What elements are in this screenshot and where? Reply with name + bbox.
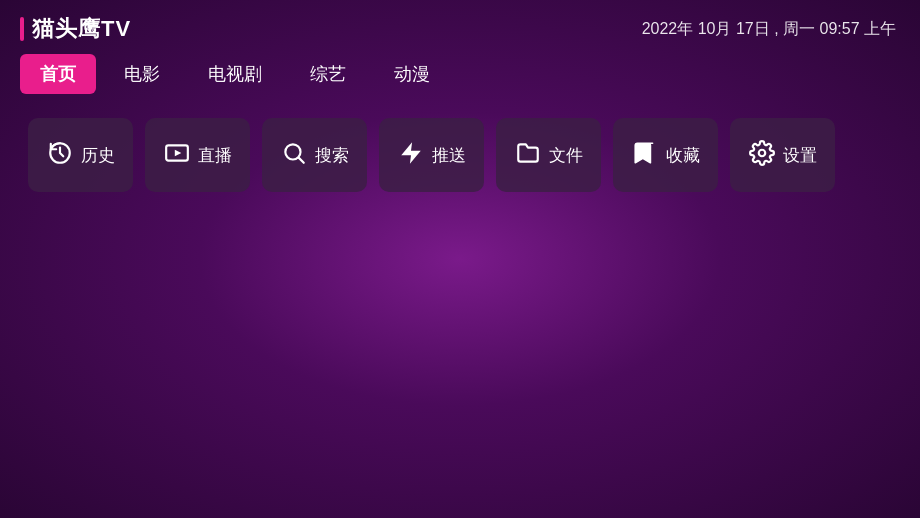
search-label: 搜索 xyxy=(315,144,349,167)
header: 猫头鹰TV 2022年 10月 17日 , 周一 09:57 上午 xyxy=(0,0,920,54)
tab-variety[interactable]: 综艺 xyxy=(290,54,366,94)
tab-tv-series[interactable]: 电视剧 xyxy=(188,54,282,94)
tab-anime[interactable]: 动漫 xyxy=(374,54,450,94)
settings-label: 设置 xyxy=(783,144,817,167)
file-icon xyxy=(515,140,541,170)
app-title: 猫头鹰TV xyxy=(32,14,131,44)
search-button[interactable]: 搜索 xyxy=(262,118,367,192)
quick-actions: 历史 直播 搜索 推送 xyxy=(0,118,920,192)
file-label: 文件 xyxy=(549,144,583,167)
history-label: 历史 xyxy=(81,144,115,167)
app-title-wrapper: 猫头鹰TV xyxy=(20,14,131,44)
live-label: 直播 xyxy=(198,144,232,167)
nav-tabs: 首页 电影 电视剧 综艺 动漫 xyxy=(0,54,920,94)
svg-line-4 xyxy=(298,158,303,163)
svg-point-6 xyxy=(758,150,765,157)
push-button[interactable]: 推送 xyxy=(379,118,484,192)
title-accent-bar xyxy=(20,17,24,41)
push-label: 推送 xyxy=(432,144,466,167)
settings-icon xyxy=(749,140,775,170)
live-icon xyxy=(164,140,190,170)
push-icon xyxy=(398,140,424,170)
search-icon xyxy=(281,140,307,170)
favorite-icon xyxy=(632,140,658,170)
svg-marker-5 xyxy=(401,142,421,164)
datetime-display: 2022年 10月 17日 , 周一 09:57 上午 xyxy=(642,19,896,40)
tab-home[interactable]: 首页 xyxy=(20,54,96,94)
favorite-label: 收藏 xyxy=(666,144,700,167)
file-button[interactable]: 文件 xyxy=(496,118,601,192)
favorite-button[interactable]: 收藏 xyxy=(613,118,718,192)
history-icon xyxy=(47,140,73,170)
settings-button[interactable]: 设置 xyxy=(730,118,835,192)
history-button[interactable]: 历史 xyxy=(28,118,133,192)
live-button[interactable]: 直播 xyxy=(145,118,250,192)
tab-movies[interactable]: 电影 xyxy=(104,54,180,94)
svg-marker-2 xyxy=(174,150,181,157)
